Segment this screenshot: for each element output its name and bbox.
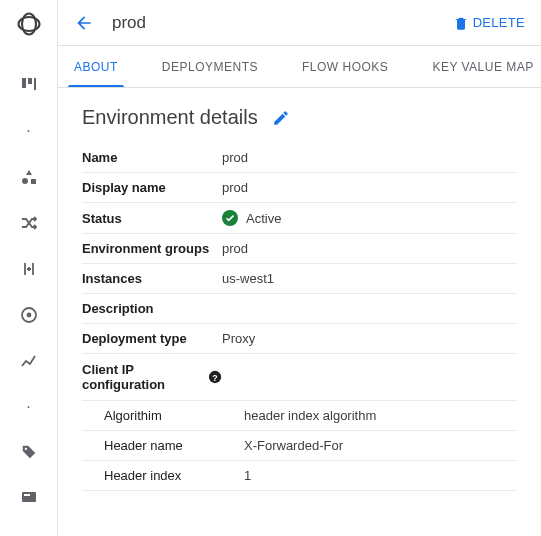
- tab-key-value-map[interactable]: KEY VALUE MAP: [432, 46, 533, 87]
- details-table: Nameprod Display nameprod Status Active …: [82, 143, 517, 491]
- svg-rect-7: [31, 179, 36, 184]
- description-value: [222, 294, 517, 324]
- table-row: Status Active: [82, 203, 517, 234]
- table-row: Display nameprod: [82, 173, 517, 203]
- trash-icon: [453, 15, 469, 31]
- table-row: Environment groupsprod: [82, 234, 517, 264]
- table-row: Description: [82, 294, 517, 324]
- header-name-label: Header name: [82, 431, 222, 461]
- header-index-value: 1: [222, 461, 517, 491]
- table-row: Client IP configuration ?: [82, 354, 517, 401]
- nav-tag-icon[interactable]: [21, 444, 37, 460]
- svg-rect-2: [22, 78, 26, 88]
- tab-about[interactable]: ABOUT: [74, 46, 118, 87]
- instances-value: us-west1: [222, 264, 517, 294]
- display-name-value: prod: [222, 173, 517, 203]
- deployment-type-label: Deployment type: [82, 324, 222, 354]
- svg-rect-11: [22, 492, 36, 502]
- edit-icon[interactable]: [272, 109, 290, 127]
- svg-text:?: ?: [212, 373, 217, 383]
- delete-button[interactable]: DELETE: [453, 15, 525, 31]
- name-label: Name: [82, 143, 222, 173]
- table-row: Nameprod: [82, 143, 517, 173]
- svg-point-9: [27, 314, 30, 317]
- nav-shuffle-icon[interactable]: [20, 214, 38, 232]
- env-groups-value: prod: [222, 234, 517, 264]
- table-row: Header index1: [82, 461, 517, 491]
- nav-dashboard-icon[interactable]: [20, 76, 38, 94]
- nav-analytics-icon[interactable]: [20, 352, 38, 370]
- help-icon[interactable]: ?: [208, 369, 222, 385]
- main-panel: prod DELETE ABOUT DEPLOYMENTS FLOW HOOKS…: [58, 0, 541, 536]
- delete-button-label: DELETE: [473, 15, 525, 30]
- client-ip-config-label: Client IP configuration ?: [82, 354, 222, 400]
- table-row: Header nameX-Forwarded-For: [82, 431, 517, 461]
- section-title: Environment details: [82, 106, 517, 129]
- back-arrow-icon[interactable]: [74, 13, 94, 33]
- left-sidebar: · · S: [0, 0, 58, 536]
- nav-card-icon[interactable]: [20, 488, 38, 506]
- algorithm-label: Algorithim: [82, 401, 222, 431]
- svg-point-10: [24, 448, 26, 450]
- svg-rect-12: [24, 494, 30, 496]
- name-value: prod: [222, 143, 517, 173]
- nav-dot-1: ·: [26, 122, 30, 140]
- env-groups-label: Environment groups: [82, 234, 222, 264]
- tab-flow-hooks[interactable]: FLOW HOOKS: [302, 46, 388, 87]
- nav-spec-icon[interactable]: [20, 168, 38, 186]
- header: prod DELETE: [58, 0, 541, 46]
- nav-publish-icon[interactable]: [20, 260, 38, 278]
- svg-marker-5: [26, 170, 32, 175]
- content: Environment details Nameprod Display nam…: [58, 88, 541, 491]
- algorithm-value: header index algorithm: [222, 401, 517, 431]
- tab-deployments[interactable]: DEPLOYMENTS: [162, 46, 258, 87]
- svg-rect-4: [34, 78, 36, 90]
- status-active-icon: [222, 210, 238, 226]
- svg-point-6: [22, 178, 28, 184]
- deployment-type-value: Proxy: [222, 324, 517, 354]
- table-row: Algorithimheader index algorithm: [82, 401, 517, 431]
- status-label: Status: [82, 203, 222, 234]
- header-index-label: Header index: [82, 461, 222, 491]
- instances-label: Instances: [82, 264, 222, 294]
- nav-security-icon[interactable]: [20, 306, 38, 324]
- page-title: prod: [112, 13, 146, 33]
- description-label: Description: [82, 294, 222, 324]
- header-name-value: X-Forwarded-For: [222, 431, 517, 461]
- display-name-label: Display name: [82, 173, 222, 203]
- logo-icon: [15, 10, 43, 38]
- table-row: Deployment typeProxy: [82, 324, 517, 354]
- tabs: ABOUT DEPLOYMENTS FLOW HOOKS KEY VALUE M…: [58, 46, 541, 88]
- table-row: Instancesus-west1: [82, 264, 517, 294]
- status-value: Active: [222, 210, 517, 226]
- svg-rect-3: [28, 78, 32, 84]
- nav-dot-2: ·: [26, 398, 30, 416]
